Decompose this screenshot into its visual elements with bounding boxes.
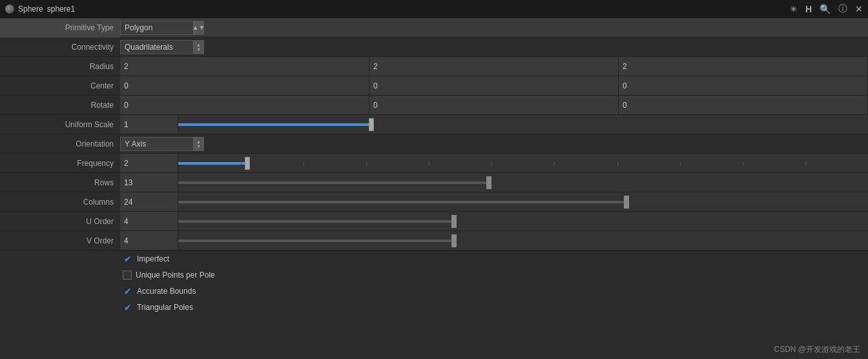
bottom-text: CSDN @开发游戏的老王	[774, 345, 860, 354]
up-arrow-icon: ▲	[196, 139, 201, 144]
frequency-label: Frequency	[0, 159, 120, 168]
connectivity-value: Quadrilaterals	[121, 43, 193, 52]
v-order-row: V Order 4	[0, 231, 868, 251]
orientation-arrows[interactable]: ▲ ▼	[193, 137, 203, 151]
orientation-select[interactable]: Y Axis ▲ ▼	[120, 137, 204, 151]
columns-label: Columns	[0, 198, 120, 207]
v-order-thumb[interactable]	[451, 234, 457, 247]
rotate-label: Rotate	[0, 101, 120, 110]
search-icon[interactable]: 🔍	[820, 4, 831, 14]
rows-slider[interactable]	[178, 173, 868, 192]
frequency-value[interactable]: 2	[120, 154, 178, 172]
tick	[491, 161, 492, 165]
primitive-type-select[interactable]: Polygon ▲▼	[120, 21, 204, 35]
v-order-slider-container: 4	[120, 231, 868, 250]
u-order-fill	[178, 220, 454, 223]
rows-thumb[interactable]	[486, 176, 491, 189]
h-icon[interactable]: H	[805, 4, 812, 14]
v-order-value[interactable]: 4	[120, 231, 178, 250]
tick	[805, 161, 806, 165]
center-y[interactable]: 0	[369, 76, 619, 95]
connectivity-arrows[interactable]: ▲ ▼	[193, 40, 203, 54]
frequency-slider[interactable]	[178, 154, 868, 172]
center-row: Center 0 0 0	[0, 76, 868, 96]
settings-icon[interactable]: ✳	[790, 4, 798, 14]
frequency-row: Frequency 2	[0, 154, 868, 173]
uniform-scale-slider-container: 1	[120, 115, 868, 134]
unique-points-row: Unique Points per Pole	[0, 267, 868, 283]
orientation-value: Y Axis	[121, 139, 193, 149]
primitive-type-arrow[interactable]: ▲▼	[193, 21, 203, 35]
columns-thumb[interactable]	[624, 196, 629, 209]
title-left: Sphere sphere1	[5, 5, 75, 14]
frequency-fill	[178, 162, 247, 165]
primitive-type-value: Polygon	[121, 23, 193, 32]
radius-x[interactable]: 2	[120, 57, 369, 76]
columns-value[interactable]: 24	[120, 192, 178, 211]
connectivity-label: Connectivity	[0, 43, 120, 52]
triangular-poles-label: Triangular Poles	[137, 303, 193, 312]
tick	[743, 161, 743, 165]
content: Primitive Type Polygon ▲▼ Connectivity Q…	[0, 18, 868, 315]
rotate-y[interactable]: 0	[369, 96, 619, 114]
rows-row: Rows 13	[0, 173, 868, 192]
tick	[366, 161, 367, 165]
uniform-scale-slider[interactable]	[178, 115, 868, 134]
radius-row: Radius 2 2 2	[0, 57, 868, 76]
orientation-content: Y Axis ▲ ▼	[120, 134, 868, 153]
orientation-row: Orientation Y Axis ▲ ▼	[0, 134, 868, 154]
triangular-poles-check-icon[interactable]: ✔	[123, 302, 133, 313]
down-arrow-icon: ▼	[196, 144, 201, 149]
connectivity-content: Quadrilaterals ▲ ▼	[120, 37, 868, 56]
down-arrow-icon: ▼	[196, 47, 201, 52]
accurate-bounds-row: ✔ Accurate Bounds	[0, 283, 868, 299]
rotate-row: Rotate 0 0 0	[0, 96, 868, 115]
center-x[interactable]: 0	[120, 76, 369, 95]
info-icon[interactable]: ⓘ	[838, 3, 847, 15]
primitive-type-content: Polygon ▲▼	[120, 18, 868, 37]
tick	[304, 161, 304, 165]
triangular-poles-row: ✔ Triangular Poles	[0, 299, 868, 315]
u-order-thumb[interactable]	[451, 215, 457, 228]
rotate-x[interactable]: 0	[120, 96, 369, 114]
v-order-slider[interactable]	[178, 231, 868, 250]
uniform-scale-row: Uniform Scale 1	[0, 115, 868, 134]
u-order-slider[interactable]	[178, 212, 868, 231]
v-order-fill	[178, 240, 454, 242]
columns-slider[interactable]	[178, 192, 868, 211]
radius-y[interactable]: 2	[369, 57, 619, 76]
rows-value[interactable]: 13	[120, 173, 178, 192]
object-name: sphere1	[47, 5, 75, 14]
uniform-scale-thumb[interactable]	[369, 118, 374, 131]
center-z[interactable]: 0	[619, 76, 868, 95]
rows-slider-container: 13	[120, 173, 868, 192]
radius-z[interactable]: 2	[619, 57, 868, 76]
v-order-label: V Order	[0, 236, 120, 245]
frequency-slider-container: 2	[120, 154, 868, 172]
object-type: Sphere	[18, 5, 43, 14]
primitive-type-label: Primitive Type	[0, 18, 120, 37]
columns-fill	[178, 201, 626, 203]
tick	[554, 161, 555, 165]
frequency-thumb[interactable]	[245, 157, 250, 170]
bottom-bar: CSDN @开发游戏的老王	[766, 340, 868, 359]
close-icon[interactable]: ✕	[855, 4, 863, 14]
rotate-z[interactable]: 0	[619, 96, 868, 114]
u-order-value[interactable]: 4	[120, 212, 178, 231]
uniform-scale-label: Uniform Scale	[0, 120, 120, 129]
title-bar: Sphere sphere1 ✳ H 🔍 ⓘ ✕	[0, 0, 868, 18]
radius-label: Radius	[0, 62, 120, 71]
connectivity-select[interactable]: Quadrilaterals ▲ ▼	[120, 40, 204, 54]
accurate-bounds-label: Accurate Bounds	[137, 287, 196, 296]
uniform-scale-value[interactable]: 1	[120, 115, 178, 134]
primitive-type-row: Primitive Type Polygon ▲▼	[0, 18, 868, 37]
unique-points-checkbox[interactable]	[123, 271, 132, 280]
center-label: Center	[0, 81, 120, 90]
tick	[617, 161, 618, 165]
arrow-icon: ▲▼	[192, 24, 205, 31]
imperfect-check-icon[interactable]: ✔	[123, 254, 133, 264]
accurate-bounds-check-icon[interactable]: ✔	[123, 286, 133, 296]
rotate-inputs: 0 0 0	[120, 96, 868, 114]
rows-fill	[178, 181, 489, 184]
columns-slider-container: 24	[120, 192, 868, 211]
